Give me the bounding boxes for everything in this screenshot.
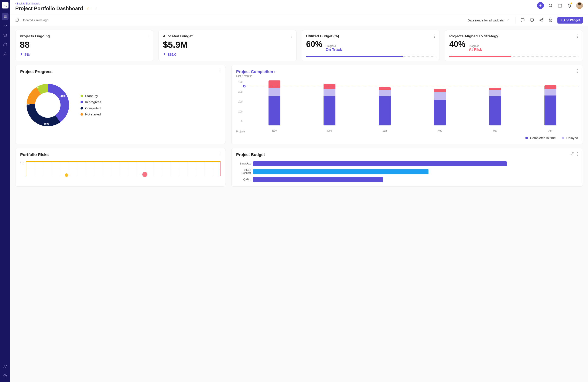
- x-tick: Nov: [247, 129, 302, 133]
- create-button[interactable]: +: [537, 2, 544, 9]
- legend-label: Not started: [85, 113, 101, 116]
- svg-rect-17: [558, 4, 562, 7]
- legend-item: In progress: [81, 100, 101, 104]
- x-tick: Feb: [412, 129, 467, 133]
- refresh-icon[interactable]: [15, 18, 19, 22]
- x-tick: Mar: [467, 129, 523, 133]
- legend-label: Completed in time: [530, 136, 556, 140]
- y-tick: 400: [236, 80, 243, 83]
- bar-segment: [324, 96, 336, 125]
- subbar: Updated 2 mins ago Date range for all wi…: [10, 14, 588, 26]
- legend-dot: [562, 137, 564, 139]
- chart-subtitle: Last 6 months: [236, 75, 578, 77]
- sidebar: [0, 0, 10, 382]
- legend-item: Delayed: [562, 136, 578, 140]
- chart-title: Project Completion: [236, 69, 273, 74]
- card-utilized: ⋮ Utilized Budget (%) 60% Progress On Tr…: [302, 30, 440, 61]
- progress-bar: [306, 56, 435, 57]
- card-delta: 5%: [20, 52, 149, 57]
- hbar-row: QAPro: [236, 177, 578, 182]
- arrow-up-icon: [163, 52, 166, 57]
- card-budget: ⋮ Allocated Budget $5.9M $61K: [158, 30, 296, 61]
- slice-label: 38%: [43, 122, 49, 125]
- bar-segment: [434, 100, 446, 125]
- y-tick: 100: [236, 110, 243, 113]
- svg-point-5: [6, 6, 7, 7]
- legend-item: Stand-by: [81, 94, 101, 98]
- sidebar-trends-icon[interactable]: [2, 22, 8, 29]
- updated-text: Updated 2 mins ago: [22, 19, 48, 22]
- legend-item: Completed: [81, 106, 101, 110]
- add-widget-button[interactable]: + Add Widget: [557, 17, 583, 23]
- donut-chart: 40% 38% 22% 20%: [20, 77, 75, 133]
- progress-fill: [449, 56, 511, 57]
- daterange-select[interactable]: Date range for all widgets: [465, 17, 511, 23]
- sidebar-org-icon[interactable]: [2, 51, 8, 57]
- svg-point-10: [5, 52, 5, 53]
- bar-segment: [324, 84, 336, 89]
- legend-dot: [81, 107, 83, 110]
- bar-segment: [489, 90, 501, 96]
- sidebar-sync-icon[interactable]: [2, 41, 8, 48]
- calendar-icon[interactable]: [557, 3, 563, 8]
- bar-segment: [379, 90, 391, 96]
- risk-plot: [26, 161, 220, 176]
- card-menu-icon[interactable]: ⋮: [218, 69, 222, 73]
- card-menu-icon[interactable]: ⋮: [576, 69, 580, 73]
- svg-point-16: [549, 4, 552, 7]
- x-tick: Jan: [357, 129, 412, 133]
- svg-point-2: [5, 5, 6, 5]
- back-link[interactable]: ‹ Back to Dashboards: [15, 2, 98, 5]
- donut-legend: Stand-by In progress Completed Not start…: [81, 94, 101, 116]
- card-delta: $61K: [163, 52, 292, 57]
- plus-icon: +: [560, 19, 562, 22]
- progress-status: On Track: [326, 48, 342, 52]
- progress-fill: [306, 56, 403, 57]
- svg-point-21: [540, 20, 541, 21]
- progress-bar: [449, 56, 578, 57]
- legend-label: In progress: [85, 100, 101, 104]
- expand-icon[interactable]: [570, 152, 574, 156]
- card-menu-icon[interactable]: ⋮: [289, 34, 293, 38]
- sidebar-help-icon[interactable]: [2, 372, 8, 379]
- share-icon[interactable]: [539, 18, 544, 23]
- add-widget-label: Add Widget: [563, 19, 580, 22]
- present-icon[interactable]: [529, 18, 534, 23]
- card-menu-icon[interactable]: ⋮: [146, 34, 150, 38]
- arrow-up-icon: [20, 52, 23, 57]
- y-tick: 10: [20, 161, 23, 176]
- card-menu-icon[interactable]: ⋮: [576, 34, 580, 38]
- svg-point-11: [4, 55, 4, 55]
- delta-value: 5%: [24, 53, 30, 57]
- legend-item: Not started: [81, 113, 101, 116]
- reference-marker: [243, 85, 246, 87]
- alarm-icon[interactable]: [548, 18, 553, 23]
- y-axis: 400 300 200 100 0: [236, 80, 243, 123]
- avatar[interactable]: [576, 2, 583, 9]
- card-menu-icon[interactable]: ⋮: [433, 34, 437, 38]
- hbar-row: Chain Connect: [236, 169, 578, 174]
- card-title: Projects Aligned To Strategy: [449, 34, 578, 38]
- search-icon[interactable]: [548, 3, 553, 8]
- card-title: Allocated Budget: [163, 34, 292, 38]
- delta-value: $61K: [168, 53, 176, 57]
- chart-title-link[interactable]: Project Completion ›: [236, 69, 578, 74]
- app-logo[interactable]: [2, 2, 8, 8]
- page-menu-icon[interactable]: ⋮: [93, 6, 98, 11]
- notifications-icon[interactable]: [567, 3, 572, 8]
- sidebar-layers-icon[interactable]: [2, 32, 8, 39]
- card-title: Utilized Budget (%): [306, 34, 435, 38]
- svg-point-9: [5, 17, 6, 18]
- slice-label: 22%: [24, 103, 30, 106]
- card-menu-icon[interactable]: ⋮: [576, 152, 580, 156]
- chart-title: Project Budget: [236, 152, 578, 157]
- bar-segment: [545, 96, 556, 125]
- star-icon[interactable]: ☆: [86, 6, 90, 11]
- comments-icon[interactable]: [520, 18, 525, 23]
- sidebar-dashboards-icon[interactable]: [2, 13, 8, 20]
- sidebar-users-icon[interactable]: [2, 363, 8, 370]
- chart-title: Project Progress: [20, 69, 220, 74]
- card-menu-icon[interactable]: ⋮: [218, 152, 222, 156]
- card-value: 88: [20, 40, 149, 50]
- bar-segment: [379, 96, 391, 125]
